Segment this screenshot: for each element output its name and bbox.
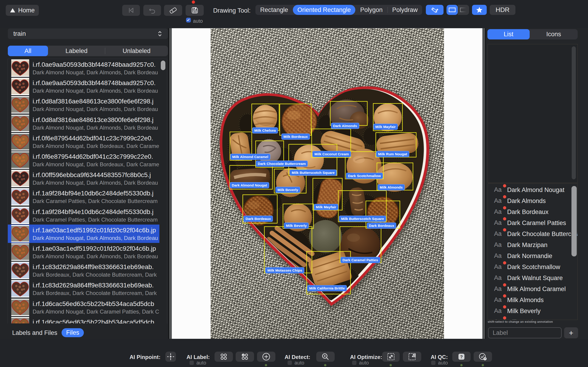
svg-text:?: ? (460, 354, 463, 359)
svg-text:?: ? (484, 358, 485, 360)
